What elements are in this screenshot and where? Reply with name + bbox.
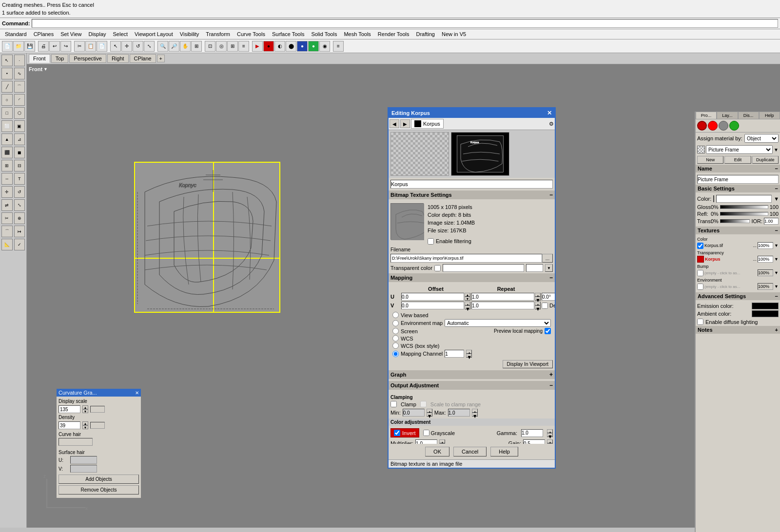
color-tex-check[interactable]: [697, 243, 703, 249]
tool-polygon[interactable]: ⬡: [14, 107, 25, 119]
tb-extra[interactable]: ≡: [333, 41, 344, 52]
curvature-panel-close[interactable]: ✕: [135, 390, 139, 396]
tb-zoom-window[interactable]: 🔎: [169, 41, 179, 52]
menu-curve-tools[interactable]: Curve Tools: [234, 30, 268, 38]
tb-new[interactable]: 📄: [2, 41, 13, 52]
tool-mesh2[interactable]: ⊟: [14, 160, 25, 171]
tb-select[interactable]: ↖: [110, 41, 121, 52]
ok-btn[interactable]: OK: [425, 447, 449, 456]
tb-render5[interactable]: ●: [297, 41, 308, 52]
command-input[interactable]: [32, 19, 778, 28]
radio-mapping-channel[interactable]: [392, 351, 399, 357]
env-map-select[interactable]: Automatic: [445, 319, 551, 327]
rp-tab-lay[interactable]: Lay...: [717, 112, 738, 119]
mapping-header[interactable]: Mapping −: [389, 273, 555, 282]
tool-surface2[interactable]: ▣: [14, 120, 25, 132]
nav-back-btn[interactable]: ◀: [390, 119, 399, 128]
decal-check[interactable]: [542, 303, 548, 309]
tool-arc[interactable]: ◜: [14, 94, 25, 106]
ambient-swatch[interactable]: [752, 310, 779, 317]
tool-select-dot[interactable]: ·: [14, 55, 25, 66]
nav-forward-btn[interactable]: ▶: [400, 119, 410, 128]
filename-input[interactable]: [390, 254, 542, 263]
v-repeat-up[interactable]: ▲: [535, 302, 541, 305]
channel-up[interactable]: ▲: [466, 350, 472, 354]
env-tex-arrow[interactable]: ▼: [774, 284, 779, 289]
vp-tab-add[interactable]: +: [157, 55, 165, 62]
tool-solid2[interactable]: ◼: [14, 147, 25, 158]
material-duplicate-btn[interactable]: Duplicate: [752, 156, 779, 164]
help-btn[interactable]: Help: [490, 447, 518, 456]
tb-zoom[interactable]: 🔍: [157, 41, 168, 52]
display-scale-slider[interactable]: [90, 406, 105, 413]
tb-paste[interactable]: 📄: [97, 41, 107, 52]
bitmap-texture-header[interactable]: Bitmap Texture Settings −: [389, 190, 555, 199]
invert-check[interactable]: [394, 430, 400, 436]
density-slider[interactable]: [90, 422, 105, 429]
curve-hair-input[interactable]: [58, 438, 93, 446]
multiplier-up[interactable]: ▲: [439, 439, 445, 443]
tool-move[interactable]: ✛: [1, 186, 13, 198]
surface-hair-u-input[interactable]: [70, 456, 97, 464]
tool-select-arrow[interactable]: ↖: [1, 55, 13, 66]
menu-visibility[interactable]: Visibility: [177, 30, 202, 38]
invert-btn[interactable]: Invert: [390, 428, 419, 437]
tool-join[interactable]: ⊕: [14, 212, 25, 224]
vp-tab-front[interactable]: Front: [29, 54, 50, 63]
display-scale-input[interactable]: [58, 405, 80, 413]
menu-viewport-layout[interactable]: Viewport Layout: [132, 30, 176, 38]
tool-solid[interactable]: ⬛: [1, 147, 13, 158]
color-tex-pct[interactable]: [758, 242, 773, 249]
nav-settings-btn[interactable]: ⚙: [549, 121, 554, 127]
tb-scale[interactable]: ⤡: [144, 41, 155, 52]
emission-swatch[interactable]: [752, 303, 779, 309]
remove-objects-btn[interactable]: Remove Objects: [58, 485, 139, 494]
tool-polyline[interactable]: ⌒: [14, 81, 25, 93]
tool-mesh[interactable]: ⊞: [1, 160, 13, 171]
refl-slider[interactable]: [720, 212, 768, 216]
tool-trim[interactable]: ✂: [1, 212, 13, 224]
menu-setview[interactable]: Set View: [58, 30, 84, 38]
output-section-collapse[interactable]: −: [549, 382, 553, 389]
u-offset-input[interactable]: [401, 293, 464, 301]
tool-offset[interactable]: ↦: [14, 226, 25, 237]
rotation-input[interactable]: [542, 293, 555, 301]
display-in-viewport-btn[interactable]: Display In Viewport: [503, 360, 553, 368]
v-offset-down[interactable]: ▼: [465, 305, 470, 309]
multiplier-input[interactable]: [415, 439, 437, 444]
rp-notes-expand[interactable]: +: [775, 327, 778, 333]
min-down[interactable]: ▼: [427, 413, 432, 417]
u-repeat-input[interactable]: [471, 293, 534, 301]
tb-open[interactable]: 📁: [13, 41, 24, 52]
nav-tab[interactable]: Korpus: [411, 119, 444, 129]
menu-transform[interactable]: Transform: [203, 30, 233, 38]
gain-up[interactable]: ▲: [547, 439, 553, 443]
v-offset-up[interactable]: ▲: [465, 302, 470, 305]
menu-solid-tools[interactable]: Solid Tools: [308, 30, 340, 38]
tb-save[interactable]: 💾: [24, 41, 35, 52]
bump-tex-check[interactable]: [697, 270, 703, 276]
color-dropdown-arrow[interactable]: ▼: [774, 196, 779, 202]
preview-local-check[interactable]: [545, 328, 551, 334]
graph-section-expand[interactable]: +: [549, 371, 553, 378]
output-adj-header[interactable]: Output Adjustment −: [389, 381, 555, 390]
basic-settings-collapse[interactable]: −: [775, 186, 778, 191]
radio-env-map[interactable]: [392, 320, 399, 326]
material-name-select[interactable]: Picture Frame: [706, 145, 773, 154]
env-tex-check[interactable]: [697, 284, 703, 290]
menu-surface-tools[interactable]: Surface Tools: [269, 30, 307, 38]
tb-undo[interactable]: ↩: [49, 41, 60, 52]
vp-tab-right[interactable]: Right: [107, 54, 129, 63]
tb-render6[interactable]: ●: [308, 41, 319, 52]
textures-collapse[interactable]: −: [775, 228, 778, 233]
tb-render[interactable]: ▶: [252, 41, 263, 52]
v-repeat-down[interactable]: ▼: [535, 305, 541, 309]
advanced-settings-collapse[interactable]: −: [775, 293, 778, 299]
color-input[interactable]: [716, 195, 772, 203]
name-field[interactable]: [390, 180, 553, 189]
bitmap-section-collapse[interactable]: −: [549, 191, 553, 198]
tb-pan[interactable]: ✋: [180, 41, 191, 52]
tb-grid[interactable]: ⊞: [227, 41, 238, 52]
min-up[interactable]: ▲: [427, 409, 432, 413]
tb-redo[interactable]: ↪: [60, 41, 71, 52]
